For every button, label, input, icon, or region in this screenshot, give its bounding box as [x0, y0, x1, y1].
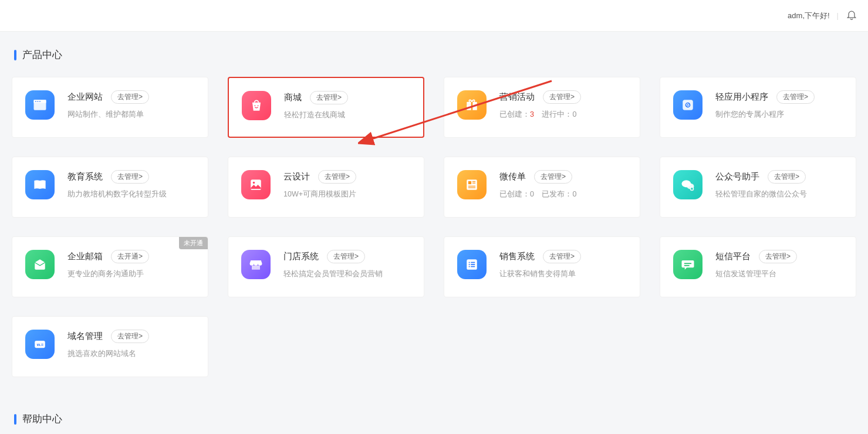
card-education[interactable]: 教育系统 去管理> 助力教培机构数字化转型升级 [12, 157, 208, 218]
section-title: 帮助中心 [22, 412, 62, 426]
svg-point-6 [258, 105, 259, 106]
svg-text:w.=: w.= [36, 343, 43, 347]
manage-button[interactable]: 去管理> [111, 170, 149, 184]
svg-rect-23 [252, 266, 260, 270]
storefront-icon [241, 250, 271, 279]
link-icon [673, 90, 702, 120]
svg-point-5 [255, 105, 256, 106]
card-design[interactable]: 云设计 去管理> 10W+可商用模板图片 [228, 157, 424, 218]
manage-button[interactable]: 去管理> [111, 330, 149, 343]
svg-rect-26 [471, 262, 475, 263]
svg-rect-19 [468, 187, 475, 188]
card-desc: 轻松管理自家的微信公众号 [715, 189, 843, 199]
svg-rect-27 [469, 264, 470, 265]
card-title: 商城 [284, 92, 302, 103]
card-desc: 网站制作、维护都简单 [67, 110, 195, 120]
envelope-icon [25, 250, 55, 279]
newspaper-icon [457, 170, 487, 199]
chat-bubble-icon [673, 250, 702, 279]
product-grid: 企业网站 去管理> 网站制作、维护都简单 商城 去管理> 轻松打造在线商城 [12, 77, 856, 377]
svg-rect-29 [469, 266, 470, 267]
svg-rect-9 [471, 102, 473, 110]
manage-button[interactable]: 去管理> [776, 90, 815, 104]
manage-button[interactable]: 去管理> [543, 90, 581, 104]
card-miniapp[interactable]: 轻应用小程序 去管理> 制作您的专属小程序 [660, 77, 856, 138]
section-title: 产品中心 [22, 48, 62, 62]
card-title: 公众号助手 [715, 171, 759, 182]
card-desc: 轻松搞定会员管理和会员营销 [283, 269, 411, 279]
domain-card-icon: w.= [25, 330, 55, 359]
card-flyer[interactable]: 微传单 去管理> 已创建：0 已发布：0 [444, 157, 640, 218]
svg-point-4 [39, 101, 40, 102]
svg-rect-16 [472, 181, 475, 182]
card-title: 销售系统 [499, 251, 535, 262]
card-title: 短信平台 [715, 251, 751, 262]
card-sms-platform[interactable]: 短信平台 去管理> 短信发送管理平台 [660, 236, 856, 297]
accent-bar [14, 414, 16, 425]
card-desc: 让获客和销售变得简单 [499, 269, 627, 279]
badge-not-opened: 未开通 [179, 237, 208, 249]
svg-rect-32 [684, 265, 690, 266]
topbar: adm,下午好! | [0, 0, 868, 32]
card-desc: 制作您的专属小程序 [715, 110, 843, 120]
manage-button[interactable]: 去管理> [111, 90, 149, 104]
svg-rect-31 [684, 263, 691, 264]
svg-point-3 [38, 101, 39, 102]
svg-point-11 [685, 103, 691, 108]
separator: | [837, 11, 839, 20]
manage-button[interactable]: 去管理> [318, 170, 356, 184]
gift-icon [457, 90, 487, 120]
card-sales-system[interactable]: 销售系统 去管理> 让获客和销售变得简单 [444, 236, 640, 297]
book-icon [25, 170, 55, 199]
card-enterprise-site[interactable]: 企业网站 去管理> 网站制作、维护都简单 [12, 77, 208, 138]
manage-button[interactable]: 去管理> [327, 250, 365, 263]
card-stats: 已创建：3 进行中：0 [499, 110, 627, 120]
svg-rect-25 [469, 262, 470, 263]
card-domain-management[interactable]: w.= 域名管理 去管理> 挑选喜欢的网站域名 [12, 316, 208, 377]
card-title: 微传单 [499, 171, 526, 182]
card-marketing[interactable]: 营销活动 去管理> 已创建：3 进行中：0 [444, 77, 640, 138]
manage-button[interactable]: 去管理> [310, 91, 348, 104]
card-mall[interactable]: 商城 去管理> 轻松打造在线商城 [228, 77, 424, 138]
card-title: 教育系统 [67, 171, 103, 182]
image-icon [241, 170, 271, 199]
greeting-text: adm,下午好! [788, 11, 830, 21]
card-desc: 轻松打造在线商城 [284, 110, 410, 120]
card-title: 轻应用小程序 [715, 91, 768, 103]
card-title: 企业网站 [67, 91, 103, 103]
manage-button[interactable]: 去管理> [543, 250, 581, 263]
list-icon [457, 250, 487, 279]
card-desc: 挑选喜欢的网站域名 [67, 349, 195, 359]
card-desc: 更专业的商务沟通助手 [67, 269, 195, 279]
notifications-icon[interactable] [846, 9, 857, 22]
section-header-product-center: 产品中心 [12, 48, 856, 62]
manage-button[interactable]: 去管理> [534, 170, 572, 184]
card-title: 企业邮箱 [67, 251, 103, 262]
open-button[interactable]: 去开通> [111, 250, 149, 263]
svg-rect-30 [471, 266, 475, 267]
svg-rect-17 [472, 183, 475, 184]
card-title: 域名管理 [67, 331, 103, 342]
shopping-bag-icon [242, 91, 271, 120]
card-desc: 10W+可商用模板图片 [283, 189, 411, 199]
section-header-help-center: 帮助中心 [12, 412, 856, 426]
svg-point-13 [253, 182, 255, 184]
page-content: 产品中心 企业网站 去管理> 网站制作、维护都简单 商城 [0, 32, 868, 434]
card-desc: 短信发送管理平台 [715, 269, 843, 279]
card-stats: 已创建：0 已发布：0 [499, 189, 627, 199]
svg-rect-15 [468, 181, 471, 184]
card-title: 云设计 [283, 171, 310, 182]
card-mp-assistant[interactable]: 公众号助手 去管理> 轻松管理自家的微信公众号 [660, 157, 856, 218]
card-desc: 助力教培机构数字化转型升级 [67, 189, 195, 199]
svg-point-2 [35, 101, 36, 102]
wechat-icon [673, 170, 702, 199]
browser-icon [25, 90, 55, 120]
svg-rect-18 [468, 186, 475, 187]
card-enterprise-mail[interactable]: 未开通 企业邮箱 去开通> 更专业的商务沟通助手 [12, 236, 208, 297]
manage-button[interactable]: 去管理> [768, 170, 806, 184]
svg-point-22 [690, 187, 693, 190]
card-title: 营销活动 [499, 91, 535, 103]
manage-button[interactable]: 去管理> [759, 250, 797, 263]
accent-bar [14, 50, 16, 60]
card-store-system[interactable]: 门店系统 去管理> 轻松搞定会员管理和会员营销 [228, 236, 424, 297]
